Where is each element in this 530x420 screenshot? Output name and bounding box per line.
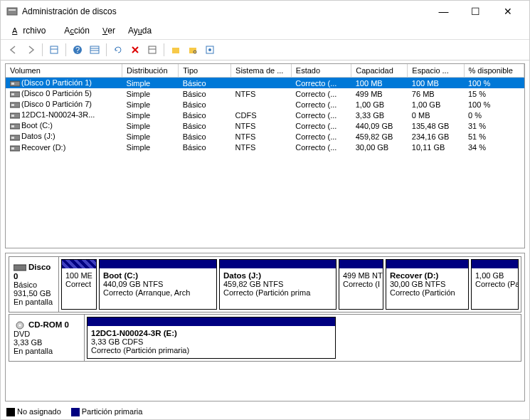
search-folder-icon[interactable] (186, 43, 200, 57)
svg-rect-2 (51, 46, 58, 53)
titlebar[interactable]: Administración de discos — ☐ ✕ (1, 1, 529, 22)
separator (106, 43, 107, 56)
svg-rect-21 (11, 104, 14, 106)
partition[interactable]: Boot (C:)440,09 GB NTFSCorrecto (Arranqu… (99, 259, 217, 310)
menu-ayuda[interactable]: Ayuda (122, 23, 157, 38)
disk0-row: Disco 0 Básico 931,50 GB En pantalla 100… (9, 256, 521, 313)
delete-icon[interactable] (128, 43, 142, 57)
svg-text:?: ? (75, 46, 80, 54)
partition[interactable]: 1,00 GBCorrecto (Pa (471, 259, 519, 310)
volume-row[interactable]: 12DC1-N00024-3R...SimpleBásicoCDFSCorrec… (6, 110, 524, 120)
refresh-icon[interactable] (111, 43, 125, 57)
partition[interactable]: 12DC1-N00024-3R (E:)3,33 GB CDFSCorrecto… (87, 317, 336, 359)
svg-rect-27 (11, 137, 14, 139)
hdd-icon (14, 263, 26, 272)
cdrom0-label[interactable]: CD-ROM 0 DVD 3,33 GB En pantalla (9, 315, 85, 361)
column-header[interactable]: % disponible (464, 64, 524, 78)
menu-accion[interactable]: Acción (58, 23, 95, 38)
svg-point-32 (19, 325, 21, 327)
list-icon[interactable] (88, 43, 102, 57)
volume-row[interactable]: Recover (D:)SimpleBásicoNTFSCorrecto (..… (6, 142, 524, 153)
svg-rect-6 (90, 46, 99, 53)
disk-map: Disco 0 Básico 931,50 GB En pantalla 100… (5, 253, 525, 401)
legend-unallocated-label: No asignado (17, 407, 61, 416)
legend-primary-label: Partición primaria (82, 407, 143, 416)
column-header[interactable]: Volumen (6, 64, 122, 78)
svg-rect-9 (149, 46, 156, 53)
svg-rect-30 (14, 265, 26, 271)
column-header[interactable]: Distribución (122, 64, 179, 78)
legend-unallocated-swatch (6, 408, 15, 416)
window-title: Administración de discos (22, 6, 428, 16)
svg-rect-11 (172, 48, 179, 53)
svg-rect-1 (9, 9, 16, 11)
help-icon[interactable]: ? (70, 43, 85, 57)
back-button[interactable] (6, 43, 21, 57)
separator (65, 43, 66, 56)
menu-archivo[interactable]: Archivo (6, 23, 57, 38)
column-header[interactable]: Tipo (179, 64, 231, 78)
separator (42, 43, 43, 56)
column-header[interactable]: Sistema de ... (231, 64, 292, 78)
svg-rect-25 (11, 125, 14, 127)
volume-row[interactable]: Boot (C:)SimpleBásicoNTFSCorrecto (...44… (6, 120, 524, 131)
folder-icon[interactable] (169, 43, 183, 57)
svg-rect-0 (7, 8, 17, 15)
svg-rect-23 (11, 115, 14, 117)
toolbar: ? (1, 40, 529, 61)
svg-rect-19 (11, 93, 14, 95)
menu-ver[interactable]: Ver (97, 23, 121, 38)
volume-table[interactable]: VolumenDistribuciónTipoSistema de ...Est… (5, 63, 525, 248)
volume-row[interactable]: Datos (J:)SimpleBásicoNTFSCorrecto (...4… (6, 131, 524, 142)
cdrom0-row: CD-ROM 0 DVD 3,33 GB En pantalla 12DC1-N… (9, 314, 521, 362)
content-area: VolumenDistribuciónTipoSistema de ...Est… (1, 61, 529, 404)
volume-row[interactable]: (Disco 0 Partición 5)SimpleBásicoNTFSCor… (6, 88, 524, 99)
minimize-button[interactable]: — (428, 1, 460, 22)
cd-icon (14, 321, 26, 330)
partition[interactable]: Recover (D:)30,00 GB NTFSCorrecto (Parti… (386, 259, 469, 310)
partition[interactable]: Datos (J:)459,82 GB NTFSCorrecto (Partic… (219, 259, 336, 310)
partition[interactable]: 499 MB NTCorrecto (I (339, 259, 383, 310)
app-icon (6, 6, 18, 17)
column-header[interactable]: Espacio ... (408, 64, 464, 78)
close-button[interactable]: ✕ (492, 1, 524, 22)
svg-rect-17 (11, 83, 14, 85)
menubar: Archivo Acción Ver Ayuda (1, 22, 529, 40)
separator (164, 43, 164, 56)
disk0-label[interactable]: Disco 0 Básico 931,50 GB En pantalla (9, 257, 59, 312)
svg-rect-29 (11, 147, 14, 149)
legend-primary-swatch (71, 408, 80, 416)
properties-icon[interactable] (145, 43, 159, 57)
column-header[interactable]: Capacidad (351, 64, 408, 78)
disk-management-window: Administración de discos — ☐ ✕ Archivo A… (0, 0, 530, 420)
view-button[interactable] (47, 43, 61, 57)
volume-row[interactable]: (Disco 0 Partición 1)SimpleBásicoCorrect… (6, 78, 524, 89)
column-header[interactable]: Estado (291, 64, 351, 78)
settings-icon[interactable] (203, 43, 217, 57)
legend: No asignado Partición primaria (1, 404, 529, 419)
forward-button[interactable] (23, 43, 38, 57)
svg-point-15 (208, 48, 211, 51)
volume-row[interactable]: (Disco 0 Partición 7)SimpleBásicoCorrect… (6, 99, 524, 110)
maximize-button[interactable]: ☐ (460, 1, 492, 22)
partition[interactable]: 100 MECorrect (61, 259, 97, 310)
